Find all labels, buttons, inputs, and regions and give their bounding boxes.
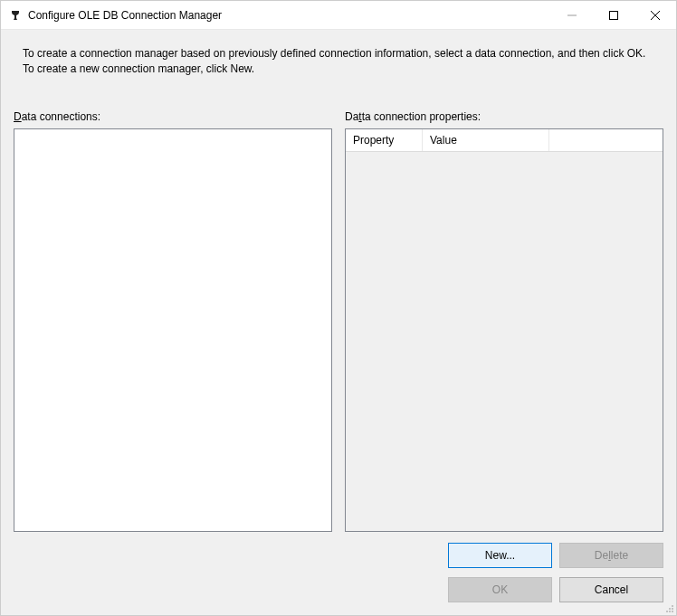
grid-header: Property Value [346,129,663,152]
window-title: Configure OLE DB Connection Manager [28,9,551,22]
app-icon [8,8,23,23]
resize-grip-icon[interactable] [663,602,674,613]
properties-column: Datta connection properties: Property Va… [345,110,663,532]
delete-button: Dellete [559,543,663,568]
dialog-content: To create a connection manager based on … [1,30,676,615]
data-connections-column: Data connections: [14,110,332,532]
svg-point-7 [666,611,668,612]
window-controls [551,1,676,29]
cancel-button[interactable]: Cancel [559,577,663,602]
columns: Data connections: Datta connection prope… [14,110,663,532]
button-row-2: OK Cancel [14,577,663,602]
minimize-button[interactable] [551,1,593,29]
new-button[interactable]: New... [448,543,552,568]
svg-rect-1 [610,11,618,19]
data-connections-listbox[interactable] [14,128,332,532]
properties-label: Datta connection properties: [345,110,663,123]
property-column-header[interactable]: Property [346,129,423,151]
ok-button: OK [448,577,552,602]
button-row-1: New... Dellete [14,543,663,568]
grid-body [346,152,663,531]
svg-point-9 [672,605,673,607]
close-button[interactable] [634,1,676,29]
dialog-window: Configure OLE DB Connection Manager To c… [0,0,677,616]
svg-point-4 [672,611,673,612]
titlebar: Configure OLE DB Connection Manager [1,1,676,30]
empty-column-header [549,129,663,151]
svg-point-5 [669,611,671,612]
value-column-header[interactable]: Value [423,129,549,151]
properties-grid[interactable]: Property Value [345,128,663,532]
svg-point-6 [672,608,673,610]
maximize-button[interactable] [593,1,634,29]
instructions-text: To create a connection manager based on … [14,46,663,78]
svg-point-8 [669,608,671,610]
data-connections-label: Data connections: [14,110,332,123]
